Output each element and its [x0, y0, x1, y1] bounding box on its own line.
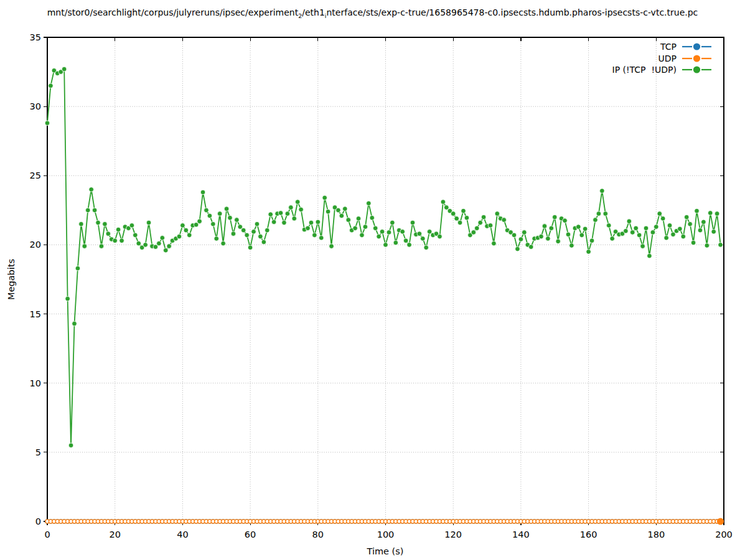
ip-series-marker	[518, 237, 523, 242]
ip-series-marker	[363, 225, 368, 230]
ip-series-marker	[457, 220, 462, 225]
ip-series-marker	[556, 239, 561, 244]
y-tick-label: 30	[30, 101, 41, 111]
ip-series-marker	[231, 231, 236, 236]
ip-series-marker	[637, 233, 642, 238]
ip-series-marker	[285, 212, 290, 217]
ip-series-marker	[278, 211, 283, 216]
ip-series-marker	[214, 236, 219, 241]
ip-series-marker	[464, 215, 469, 220]
ip-series-marker	[119, 238, 124, 243]
ip-series-marker	[221, 241, 226, 246]
ip-series-marker	[65, 296, 70, 301]
ip-series-marker	[316, 220, 321, 225]
ip-series-marker	[258, 234, 263, 239]
ip-series-marker	[180, 223, 185, 228]
ip-series-marker	[224, 207, 229, 212]
ip-series-marker	[336, 208, 341, 213]
ip-series-marker	[211, 222, 216, 226]
ip-series-marker	[630, 230, 635, 235]
ip-series-marker	[481, 215, 486, 220]
ip-series-marker	[681, 234, 686, 239]
ip-series-marker	[387, 230, 391, 235]
ip-series-marker	[49, 83, 54, 88]
ip-series-marker	[718, 243, 723, 248]
ip-series-marker	[603, 212, 608, 217]
ip-series-marker	[684, 215, 689, 220]
legend-row-ip: IP (!TCP !UDP)	[612, 64, 712, 76]
ip-series-marker	[488, 223, 493, 228]
ip-series-marker	[660, 216, 665, 221]
ip-series-marker	[528, 245, 533, 250]
ip-series-marker	[383, 243, 388, 248]
ip-series-marker	[569, 243, 574, 248]
ip-series-marker	[68, 443, 73, 448]
y-tick-label: 5	[35, 447, 41, 457]
ip-series-marker	[326, 209, 330, 214]
y-tick-label: 25	[30, 170, 41, 180]
ip-series-marker	[512, 233, 517, 238]
ip-series-marker	[271, 220, 276, 225]
ip-series-line	[47, 69, 721, 446]
ip-series-marker	[400, 230, 405, 235]
ip-series-marker	[289, 205, 294, 210]
ip-series-marker	[583, 226, 588, 231]
ip-series-marker	[474, 226, 479, 231]
ip-series-marker	[251, 230, 256, 235]
x-tick-label: 160	[580, 530, 597, 539]
legend-row-tcp: TCP	[612, 41, 712, 53]
y-tick-label: 15	[30, 309, 41, 319]
ip-series-marker	[62, 67, 67, 72]
x-tick-label: 180	[647, 530, 665, 539]
ip-series-marker	[701, 220, 706, 225]
ip-series-marker	[72, 321, 77, 326]
ip-series-marker	[492, 241, 497, 246]
ip-series-marker	[596, 212, 601, 217]
ip-series-marker	[586, 250, 591, 254]
ip-series-marker	[103, 222, 108, 226]
ip-series-marker	[634, 226, 639, 231]
ip-series-marker	[106, 231, 111, 236]
ip-series-marker	[89, 187, 94, 192]
ip-series-marker	[377, 234, 382, 239]
ip-series-marker	[441, 200, 446, 205]
y-tick-label: 20	[30, 240, 41, 250]
x-tick-label: 20	[109, 530, 120, 539]
ip-series-marker	[245, 233, 250, 238]
legend-swatch-udp-line-dot-icon	[682, 54, 711, 63]
ip-series-marker	[306, 226, 311, 231]
ip-series-marker	[136, 241, 141, 246]
ip-series-marker	[420, 236, 425, 241]
x-axis-label: Time (s)	[367, 546, 404, 556]
legend-label-ip: IP (!TCP !UDP)	[612, 65, 677, 75]
ip-series-marker	[579, 233, 584, 238]
plot-svg: 0204060801001201401601802000510152025303…	[0, 0, 745, 560]
ip-series-marker	[664, 236, 669, 241]
ip-series-marker	[549, 226, 554, 231]
ip-series-marker	[282, 220, 287, 225]
ip-series-marker	[322, 195, 327, 200]
ip-series-marker	[390, 220, 395, 225]
ip-series-marker	[163, 248, 168, 253]
ip-series-marker	[92, 208, 97, 213]
ip-series-marker	[657, 212, 662, 217]
ip-series-marker	[552, 215, 557, 220]
ip-series-marker	[228, 215, 233, 220]
ip-series-marker	[606, 223, 611, 228]
ip-series-marker	[566, 232, 571, 237]
ip-series-marker	[319, 236, 324, 241]
ip-series-marker	[373, 226, 378, 231]
legend-label-tcp: TCP	[660, 42, 677, 52]
ip-series-marker	[624, 228, 629, 233]
ip-series-marker	[654, 225, 659, 230]
ip-series-marker	[265, 228, 269, 233]
y-tick-label: 0	[35, 516, 41, 526]
legend-label-udp: UDP	[658, 54, 677, 63]
y-axis-label: Megabits	[6, 259, 16, 300]
ip-series-marker	[695, 208, 700, 213]
ip-series-marker	[184, 228, 189, 233]
x-tick-label: 120	[444, 530, 462, 539]
ip-series-marker	[502, 218, 507, 223]
chart-container: mnt/stor0/searchlight/corpus/julyreruns/…	[0, 0, 745, 560]
ip-series-marker	[495, 212, 500, 217]
